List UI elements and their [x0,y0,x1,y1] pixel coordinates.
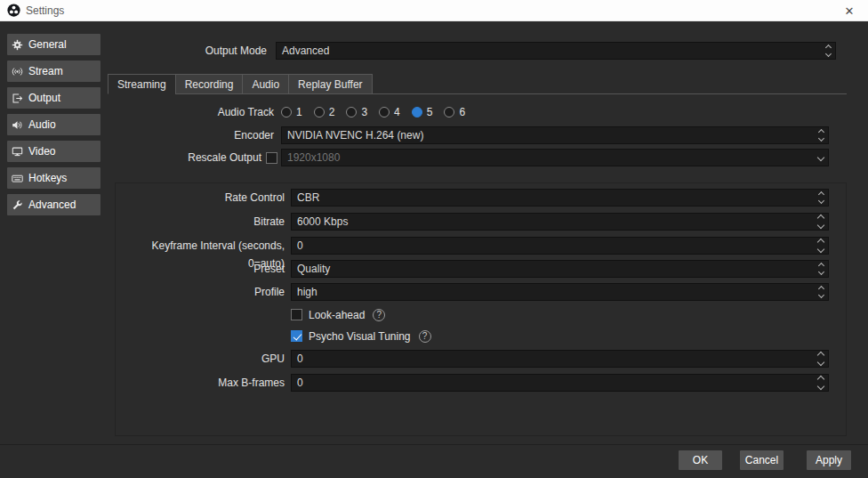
audio-track-label: Audio Track [123,103,274,121]
max-bframes-spinbox[interactable]: 0 [291,374,829,392]
profile-select[interactable]: high [291,283,829,301]
audio-track-option-1[interactable]: 1 [281,106,302,118]
gpu-spinbox[interactable]: 0 [291,350,829,368]
radio-checked-icon [412,107,422,117]
sidebar-item-label: Output [28,92,60,104]
audio-track-option-2[interactable]: 2 [314,106,335,118]
audio-track-group: 1 2 3 4 5 6 [281,106,465,118]
radio-label: 1 [296,106,302,118]
profile-value: high [297,286,317,298]
bitrate-label: Bitrate [116,213,285,231]
help-icon[interactable]: ? [419,330,431,343]
sidebar-item-advanced[interactable]: Advanced [7,194,100,215]
radio-label: 6 [459,106,465,118]
sidebar-item-general[interactable]: General [7,34,100,55]
gear-icon [12,39,23,51]
rescale-resolution-select[interactable]: 1920x1080 [281,149,829,166]
audio-track-option-3[interactable]: 3 [346,106,367,118]
max-bframes-value: 0 [297,377,303,389]
audio-track-option-4[interactable]: 4 [379,106,400,118]
spin-down-button[interactable] [817,246,824,253]
tab-label: Replay Buffer [298,78,363,91]
sidebar-item-label: General [28,38,67,51]
output-mode-value: Advanced [282,45,329,57]
radio-label: 5 [427,106,433,118]
tab-label: Recording [185,78,234,91]
rate-control-select[interactable]: CBR [291,189,829,207]
encoder-select[interactable]: NVIDIA NVENC H.264 (new) [281,126,829,144]
radio-icon [346,107,357,117]
radio-icon [379,107,390,117]
bitrate-spinbox[interactable]: 6000 Kbps [291,213,829,231]
keyframe-interval-label: Keyframe Interval (seconds, 0=auto) [116,237,285,255]
chevron-updown-icon [826,43,831,59]
wrench-icon [12,199,23,211]
preset-value: Quality [297,263,330,275]
psycho-visual-tuning-label: Psycho Visual Tuning [309,330,411,343]
chevron-down-icon [818,150,824,166]
preset-label: Preset [116,260,285,278]
sidebar-item-output[interactable]: Output [7,87,100,109]
tab-streaming[interactable]: Streaming [108,74,175,94]
rate-control-value: CBR [297,191,319,204]
encoder-label: Encoder [123,126,274,144]
tab-replay-buffer[interactable]: Replay Buffer [288,74,373,94]
spinner-arrows [818,214,824,230]
gpu-label: GPU [116,350,285,368]
spinner-arrows [818,351,824,367]
look-ahead-label: Look-ahead [309,309,365,321]
title-bar: Settings ✕ [0,0,868,21]
spin-down-button[interactable] [817,383,824,390]
sidebar-item-label: Audio [28,118,56,131]
sidebar-item-stream[interactable]: Stream [7,61,100,82]
chevron-updown-icon [819,127,824,143]
ok-button[interactable]: OK [679,450,722,470]
keyframe-interval-spinbox[interactable]: 0 [291,237,829,255]
encoder-value: NVIDIA NVENC H.264 (new) [287,129,423,142]
obs-logo-icon [7,4,20,17]
apply-button[interactable]: Apply [807,450,851,470]
radio-label: 4 [394,106,400,118]
window-title: Settings [26,4,64,17]
tab-label: Streaming [117,78,166,91]
sidebar-item-label: Stream [28,65,63,77]
footer-separator [0,444,868,445]
sidebar-item-video[interactable]: Video [7,141,100,162]
radio-icon [444,107,454,117]
sidebar-item-label: Hotkeys [28,172,67,184]
spinner-arrows [818,238,824,254]
output-tabs: Streaming Recording Audio Replay Buffer [108,74,373,94]
settings-window: Settings ✕ General Stream Output Audio V… [0,0,868,478]
audio-track-option-6[interactable]: 6 [444,106,465,118]
profile-label: Profile [116,283,285,301]
audio-track-option-5[interactable]: 5 [412,106,433,118]
radio-icon [314,107,325,117]
broadcast-icon [12,66,23,77]
look-ahead-row: Look-ahead ? [291,308,385,321]
sidebar-item-audio[interactable]: Audio [7,114,100,135]
psycho-visual-tuning-checkbox[interactable] [291,330,302,342]
help-icon[interactable]: ? [373,309,385,321]
sidebar-item-hotkeys[interactable]: Hotkeys [7,167,100,189]
spin-down-button[interactable] [817,359,824,366]
rescale-output-checkbox[interactable] [266,152,277,164]
monitor-icon [12,146,23,158]
tab-audio[interactable]: Audio [242,74,288,94]
chevron-updown-icon [819,190,824,206]
output-mode-select[interactable]: Advanced [276,42,836,60]
look-ahead-checkbox[interactable] [291,309,302,320]
rescale-resolution-value: 1920x1080 [287,151,340,164]
preset-select[interactable]: Quality [291,260,829,278]
rate-control-label: Rate Control [116,189,285,207]
radio-label: 2 [329,106,335,118]
sidebar-item-label: Advanced [28,198,76,211]
cancel-button[interactable]: Cancel [740,450,784,470]
tab-recording[interactable]: Recording [175,74,243,94]
gpu-value: 0 [297,352,303,365]
output-mode-label: Output Mode [116,42,267,60]
radio-label: 3 [361,106,367,118]
close-button[interactable]: ✕ [831,0,868,21]
radio-icon [281,107,292,117]
rescale-output-label: Rescale Output [110,149,261,166]
spin-down-button[interactable] [817,222,824,229]
